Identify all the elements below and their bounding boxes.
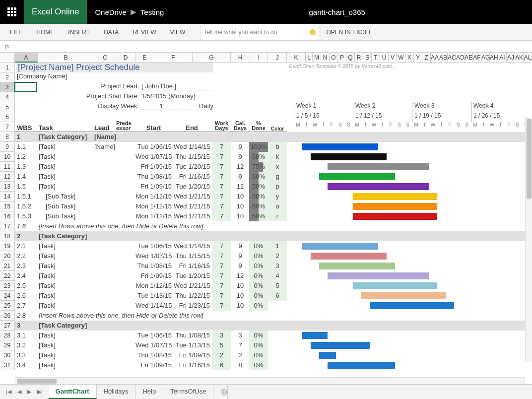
col-T[interactable]: T (372, 53, 380, 63)
col-P[interactable]: P (338, 53, 346, 63)
horizontal-scrollbar[interactable] (15, 377, 525, 384)
task-row[interactable]: 2.7[Task]Wed 1/14/15Fri 1/23/157100% (15, 301, 532, 311)
col-Y[interactable]: Y (414, 53, 422, 63)
row-9[interactable]: 9 (0, 142, 15, 152)
col-X[interactable]: X (405, 53, 414, 63)
col-N[interactable]: N (321, 53, 330, 63)
task-row[interactable]: 1.5[Task]Fri 1/09/15Tue 1/20/1571250%p (15, 182, 532, 192)
col-R[interactable]: R (355, 53, 363, 63)
col-AB[interactable]: AB (439, 53, 448, 63)
col-AJ[interactable]: AJ (507, 53, 515, 63)
task-row[interactable]: 1.4[Task]Thu 1/08/15Fri 1/16/157950%g (15, 172, 532, 182)
row-8[interactable]: 8 (0, 132, 15, 142)
open-in-excel-button[interactable]: OPEN IN EXCEL (319, 25, 379, 40)
task-row[interactable]: 2.3[Task]Thu 1/08/15Fri 1/16/15790%3 (15, 261, 532, 271)
col-AE[interactable]: AE (465, 53, 473, 63)
col-Q[interactable]: Q (346, 53, 355, 63)
col-G[interactable]: G (193, 53, 231, 63)
task-row[interactable]: 2.1[Task]Tue 1/06/15Wed 1/14/15790%1 (15, 241, 532, 251)
cells-area[interactable]: [Project Name] Project Schedule Gantt Ch… (15, 63, 532, 384)
formula-bar[interactable]: fx (0, 41, 532, 53)
tell-me-input[interactable]: Tell me what you want to do (200, 24, 319, 40)
row-1[interactable]: 1 (0, 63, 15, 72)
task-row[interactable]: 1.5.2[Sub Task]Mon 1/12/15Wed 1/21/15710… (15, 201, 532, 211)
task-row[interactable]: 1.2[Task]Wed 1/07/15Thu 1/15/157950%k (15, 152, 532, 162)
row-headers[interactable]: 1234567891011121314151617181920212223242… (0, 63, 15, 370)
row-6[interactable]: 6 (0, 112, 15, 122)
task-row[interactable]: 1[Task Category][Name] (15, 132, 532, 142)
task-row[interactable]: 2.8[Insert Rows above this one, then Hid… (15, 311, 532, 321)
breadcrumb-folder[interactable]: Testing (140, 8, 164, 16)
row-14[interactable]: 14 (0, 192, 15, 201)
sheet-nav-first[interactable]: |◀ (4, 388, 13, 396)
sheet-tab-help[interactable]: Help (135, 385, 163, 399)
row-11[interactable]: 11 (0, 162, 15, 172)
task-row[interactable]: 1.1[Task][Name]Tue 1/06/15Wed 1/14/15791… (15, 142, 532, 152)
task-row[interactable]: 3.1[Task]Tue 1/06/15Thu 1/08/15330% (15, 331, 532, 340)
col-AA[interactable]: AA (431, 53, 439, 63)
row-10[interactable]: 10 (0, 152, 15, 162)
col-AH[interactable]: AH (490, 53, 498, 63)
row-28[interactable]: 28 (0, 331, 15, 340)
row-3[interactable]: 3 (0, 82, 15, 92)
task-row[interactable]: 2.2[Task]Wed 1/07/15Thu 1/15/15790%2 (15, 251, 532, 261)
col-J[interactable]: J (268, 53, 287, 63)
col-M[interactable]: M (313, 53, 321, 63)
select-all-cell[interactable] (0, 53, 15, 63)
col-AF[interactable]: AF (473, 53, 481, 63)
breadcrumb-root[interactable]: OneDrive (95, 8, 126, 16)
col-D[interactable]: D (116, 53, 135, 63)
row-27[interactable]: 27 (0, 321, 15, 331)
col-AC[interactable]: AC (448, 53, 456, 63)
col-E[interactable]: E (135, 53, 154, 63)
col-L[interactable]: L (306, 53, 313, 63)
task-row[interactable]: 2[Task Category] (15, 231, 532, 241)
task-row[interactable]: 2.6[Task]Tue 1/13/15Thu 1/22/157100%6 (15, 291, 532, 301)
add-sheet-button[interactable] (213, 385, 228, 399)
row-4[interactable]: 4 (0, 92, 15, 102)
col-F[interactable]: F (154, 53, 193, 63)
row-17[interactable]: 17 (0, 221, 15, 231)
task-row[interactable]: 3.4[Task]Fri 1/09/15Fri 1/16/15680% (15, 360, 532, 370)
row-16[interactable]: 16 (0, 211, 15, 221)
task-row[interactable]: 2.4[Task]Fri 1/09/15Tue 1/20/157120%4 (15, 271, 532, 281)
row-2[interactable]: 2 (0, 72, 15, 82)
row-21[interactable]: 21 (0, 261, 15, 271)
col-V[interactable]: V (389, 53, 397, 63)
task-row[interactable]: 1.6[Insert Rows above this one, then Hid… (15, 221, 532, 231)
row-23[interactable]: 23 (0, 281, 15, 291)
row-31[interactable]: 31 (0, 360, 15, 370)
row-20[interactable]: 20 (0, 251, 15, 261)
row-26[interactable]: 26 (0, 311, 15, 321)
col-A[interactable]: A (15, 53, 38, 63)
menu-insert[interactable]: INSERT (61, 25, 97, 40)
col-AG[interactable]: AG (481, 53, 490, 63)
row-12[interactable]: 12 (0, 172, 15, 182)
menu-review[interactable]: REVIEW (126, 25, 163, 40)
app-launcher[interactable] (0, 0, 24, 24)
col-AK[interactable]: AK (515, 53, 524, 63)
col-AI[interactable]: AI (498, 53, 507, 63)
row-29[interactable]: 29 (0, 340, 15, 350)
row-13[interactable]: 13 (0, 182, 15, 192)
sheet-tab-termsofuse[interactable]: TermsOfUse (163, 385, 213, 399)
row-15[interactable]: 15 (0, 201, 15, 211)
col-H[interactable]: H (231, 53, 250, 63)
task-row[interactable]: 1.3[Task]Fri 1/09/15Tue 1/20/1571275%x (15, 162, 532, 172)
menu-data[interactable]: DATA (97, 25, 126, 40)
row-22[interactable]: 22 (0, 271, 15, 281)
sheet-tab-holidays[interactable]: Holidays (97, 385, 136, 399)
col-Z[interactable]: Z (422, 53, 431, 63)
vertical-scrollbar[interactable] (525, 117, 532, 362)
row-19[interactable]: 19 (0, 241, 15, 251)
column-headers[interactable]: ABCDEFGHIJKLMNOPQRSTUVWXYZAAABACADAEAFAG… (15, 53, 532, 63)
sheet-nav-next[interactable]: ▶ (25, 388, 33, 396)
menu-file[interactable]: FILE (3, 25, 29, 40)
row-24[interactable]: 24 (0, 291, 15, 301)
task-row[interactable]: 3.3[Task]Thu 1/08/15Fri 1/09/15220% (15, 350, 532, 360)
task-row[interactable]: 1.5.1[Sub Task]Mon 1/12/15Wed 1/21/15710… (15, 192, 532, 201)
row-7[interactable]: 7 (0, 122, 15, 132)
col-W[interactable]: W (397, 53, 405, 63)
row-30[interactable]: 30 (0, 350, 15, 360)
col-U[interactable]: U (380, 53, 389, 63)
